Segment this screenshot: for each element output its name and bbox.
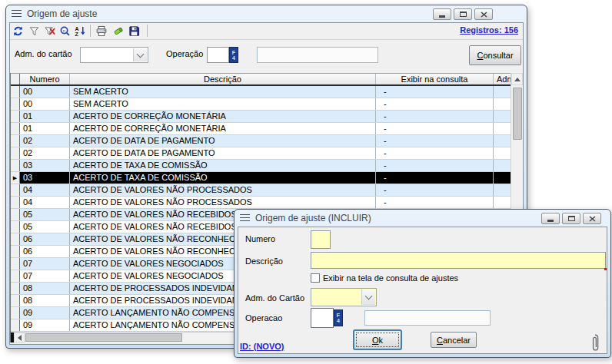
table-row[interactable]: 02ACERTO DE DATA DE PAGAMENTO- <box>11 147 511 160</box>
numero-label: Numero <box>245 234 275 243</box>
column-header-descricao[interactable]: Descrição <box>70 74 376 84</box>
clean-icon[interactable] <box>111 25 125 38</box>
row-gutter[interactable] <box>11 111 20 122</box>
column-header-exibir[interactable]: Exibir na consulta <box>376 74 494 84</box>
close-button[interactable] <box>583 213 601 224</box>
maximize-button[interactable] <box>454 8 472 20</box>
paperclip-icon[interactable] <box>589 333 601 354</box>
f4-button[interactable]: F4 <box>229 47 238 63</box>
filter-icon[interactable] <box>28 25 41 38</box>
operacao-input[interactable] <box>207 47 229 63</box>
column-header-adm[interactable]: Adm. <box>494 74 511 84</box>
row-gutter[interactable] <box>11 283 20 294</box>
maximize-button[interactable] <box>562 213 580 224</box>
grid-header: Numero Descrição Exibir na consulta Adm. <box>11 73 511 86</box>
cell-exibir: - <box>376 147 494 159</box>
cell-exibir: - <box>376 184 494 196</box>
scroll-up-button[interactable] <box>511 73 523 85</box>
operacao-desc-field[interactable] <box>257 47 378 63</box>
row-gutter[interactable] <box>11 209 20 220</box>
row-gutter[interactable] <box>11 295 20 306</box>
required-indicator <box>604 268 607 270</box>
consultar-button[interactable]: Consultar <box>469 45 521 65</box>
table-row[interactable]: 00SEM ACERTO- <box>11 86 511 98</box>
adm-cartao-label: Adm. do cartão <box>15 49 72 58</box>
adm-cartao-combo[interactable] <box>80 47 148 63</box>
scroll-left-button[interactable] <box>14 333 25 342</box>
row-gutter[interactable] <box>11 147 20 159</box>
cell-exibir: - <box>376 123 494 134</box>
table-row[interactable]: 03ACERTO DE TAXA DE COMISSÃO- <box>11 160 511 172</box>
row-gutter[interactable] <box>11 270 20 282</box>
table-row[interactable]: 00SEM ACERTO- <box>11 98 511 111</box>
dialog-title: Origem de ajuste (INCLUIR) <box>255 213 371 223</box>
f4-button[interactable]: F4 <box>334 309 343 326</box>
row-gutter[interactable] <box>11 221 20 233</box>
close-button[interactable] <box>474 8 493 20</box>
refresh-icon[interactable] <box>12 25 25 38</box>
table-row[interactable]: 04ACERTO DE VALORES NÃO PROCESSADOS- <box>11 197 511 209</box>
minimize-button[interactable] <box>541 213 560 224</box>
table-row[interactable]: 04ACERTO DE VALORES NÃO PROCESSADOS- <box>11 184 511 197</box>
descricao-input[interactable] <box>311 252 606 269</box>
cell-adm <box>494 98 511 110</box>
gutter-header <box>11 74 20 84</box>
row-gutter[interactable] <box>11 123 20 134</box>
row-gutter[interactable] <box>11 307 20 319</box>
system-menu-icon[interactable] <box>240 214 250 222</box>
sort-az-icon[interactable]: AZ <box>74 25 87 38</box>
locate-icon[interactable]: n <box>58 25 72 38</box>
table-row[interactable]: ▶03ACERTO DE TAXA DE COMISSÃO- <box>11 172 511 184</box>
ok-button[interactable]: Ok <box>353 329 402 350</box>
numero-input[interactable] <box>311 230 331 249</box>
exibir-checkbox[interactable] <box>311 273 320 283</box>
row-gutter[interactable] <box>11 246 20 257</box>
operacao-input[interactable] <box>311 308 334 328</box>
table-row[interactable]: 02ACERTO DE DATA DE PAGAMENTO- <box>11 135 511 147</box>
dialog-titlebar[interactable]: Origem de ajuste (INCLUIR) <box>234 210 610 227</box>
chevron-down-icon <box>365 293 373 300</box>
row-gutter[interactable] <box>11 160 20 171</box>
row-gutter[interactable] <box>11 233 20 245</box>
focus-rect <box>356 333 399 347</box>
row-gutter[interactable] <box>11 98 20 110</box>
save-icon[interactable] <box>128 25 141 38</box>
id-novo-link[interactable]: ID: (NOVO) <box>240 342 284 351</box>
cell-numero: 07 <box>20 258 70 270</box>
cell-exibir: - <box>376 135 494 147</box>
horizontal-scroll-thumb[interactable] <box>25 333 182 342</box>
combo-dropdown-button[interactable] <box>133 48 147 61</box>
selected-row-marker[interactable]: ▶ <box>11 172 20 184</box>
row-gutter[interactable] <box>11 184 20 196</box>
cell-adm <box>494 111 511 122</box>
print-icon[interactable] <box>95 25 108 38</box>
adm-cartao-combo[interactable] <box>311 288 377 306</box>
minimize-button[interactable] <box>433 8 451 20</box>
table-row[interactable]: 01ACERTO DE CORREÇÃO MONETÁRIA- <box>11 111 511 123</box>
row-gutter[interactable] <box>11 319 20 331</box>
cell-numero: 03 <box>20 160 70 171</box>
system-menu-icon[interactable] <box>12 10 22 18</box>
close-icon <box>481 12 487 18</box>
column-header-numero[interactable]: Numero <box>20 74 70 84</box>
cell-adm <box>494 184 511 196</box>
cell-exibir: - <box>376 86 494 98</box>
arrow-up-icon <box>514 78 521 81</box>
cell-adm <box>494 123 511 134</box>
row-gutter[interactable] <box>11 135 20 147</box>
combo-dropdown-button[interactable] <box>361 290 375 305</box>
clear-filter-icon[interactable] <box>43 25 56 38</box>
cell-adm <box>494 147 511 159</box>
row-gutter[interactable] <box>11 258 20 270</box>
row-gutter[interactable] <box>11 86 20 98</box>
table-row[interactable]: 01ACERTO DE CORREÇÃO MONETÁRIA- <box>11 123 511 135</box>
cell-descricao: ACERTO DE DATA DE PAGAMENTO <box>70 147 376 159</box>
cancelar-button[interactable]: Cancelar <box>431 332 477 348</box>
main-titlebar[interactable]: Origem de ajuste <box>6 5 527 22</box>
vertical-scroll-thumb[interactable] <box>513 88 522 140</box>
row-gutter[interactable] <box>11 197 20 208</box>
cell-numero: 02 <box>20 135 70 147</box>
toolbar-separator <box>147 25 148 37</box>
registros-link[interactable]: Registros: 156 <box>460 25 518 35</box>
operacao-desc-field[interactable] <box>364 310 491 326</box>
